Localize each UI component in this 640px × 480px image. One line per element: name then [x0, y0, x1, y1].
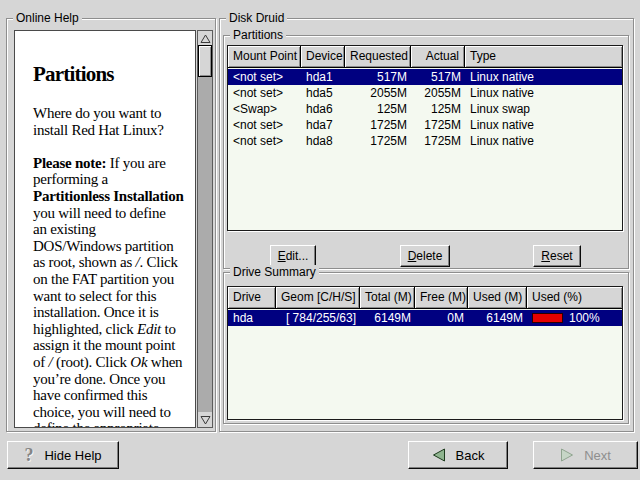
partitions-frame: Partitions Mount PointDeviceRequestedAct… — [223, 35, 629, 269]
partition-row[interactable]: <not set>hda1517M517MLinux native — [228, 69, 622, 85]
column-header-mount-point[interactable]: Mount Point — [228, 46, 301, 68]
column-header-used-m[interactable]: Used (M) — [468, 287, 527, 309]
partition-row[interactable]: <Swap>hda6125M125MLinux swap — [228, 101, 622, 117]
up-arrow-icon — [200, 34, 211, 44]
column-header-geom-c-h-s[interactable]: Geom [C/H/S] — [276, 287, 360, 309]
edit-button[interactable]: Edit... — [270, 245, 317, 267]
help-text: PartitionsWhere do you want toinstall Re… — [15, 31, 195, 428]
column-header-type[interactable]: Type — [465, 46, 622, 68]
column-header-requested[interactable]: Requested — [345, 46, 411, 68]
partitions-table: Mount PointDeviceRequestedActualType<not… — [227, 45, 623, 231]
next-arrow-icon — [560, 448, 574, 462]
delete-button[interactable]: Delete — [400, 245, 451, 267]
column-header-device[interactable]: Device — [301, 46, 345, 68]
used-percent-bar — [532, 313, 563, 323]
column-header-total-m[interactable]: Total (M) — [360, 287, 415, 309]
column-header-drive[interactable]: Drive — [228, 287, 276, 309]
scrollbar-thumb[interactable] — [198, 45, 212, 77]
partition-row[interactable]: <not set>hda81725M1725MLinux native — [228, 133, 622, 149]
hide-help-button[interactable]: ? Hide Help — [7, 441, 119, 469]
help-heading: Partitions — [33, 63, 191, 85]
back-button[interactable]: Back — [408, 441, 508, 469]
help-scrollbar[interactable] — [197, 30, 213, 428]
partition-row[interactable]: <not set>hda52055M2055MLinux native — [228, 85, 622, 101]
column-header-free-m[interactable]: Free (M) — [415, 287, 468, 309]
scroll-down-button[interactable] — [198, 412, 212, 427]
help-viewport: PartitionsWhere do you want toinstall Re… — [14, 30, 196, 428]
help-paragraph: Please note: If you areperforming aParti… — [33, 155, 191, 428]
drive-summary-frame-label: Drive Summary — [230, 265, 319, 280]
question-mark-icon: ? — [24, 445, 33, 466]
installer-window: { "help": { "frame_label": "Online Help"… — [0, 0, 640, 480]
disk-druid-frame: Disk Druid Partitions Mount PointDeviceR… — [219, 18, 634, 432]
disk-druid-frame-label: Disk Druid — [226, 11, 287, 26]
column-header-used[interactable]: Used (%) — [527, 287, 622, 309]
partition-row[interactable]: <not set>hda71725M1725MLinux native — [228, 117, 622, 133]
drive-summary-frame: Drive Summary DriveGeom [C/H/S]Total (M)… — [223, 272, 629, 424]
column-header-actual[interactable]: Actual — [411, 46, 465, 68]
help-paragraph: Where do you want toinstall Red Hat Linu… — [33, 105, 191, 138]
scroll-up-button[interactable] — [198, 31, 212, 46]
drive-row-header: DriveGeom [C/H/S]Total (M)Free (M)Used (… — [228, 287, 622, 309]
next-button[interactable]: Next — [533, 441, 638, 469]
drive-row[interactable]: hda[ 784/255/63]6149M0M6149M100% — [228, 310, 622, 326]
reset-button[interactable]: Reset — [533, 245, 580, 267]
back-arrow-icon — [432, 448, 446, 462]
partition-row-header: Mount PointDeviceRequestedActualType — [228, 46, 622, 68]
drive-summary-table: DriveGeom [C/H/S]Total (M)Free (M)Used (… — [227, 286, 623, 420]
down-arrow-icon — [200, 415, 211, 425]
online-help-frame-label: Online Help — [13, 11, 82, 26]
partitions-frame-label: Partitions — [230, 28, 286, 43]
partition-actions: Edit...DeleteReset — [227, 245, 623, 267]
online-help-frame: Online Help PartitionsWhere do you want … — [6, 18, 216, 432]
